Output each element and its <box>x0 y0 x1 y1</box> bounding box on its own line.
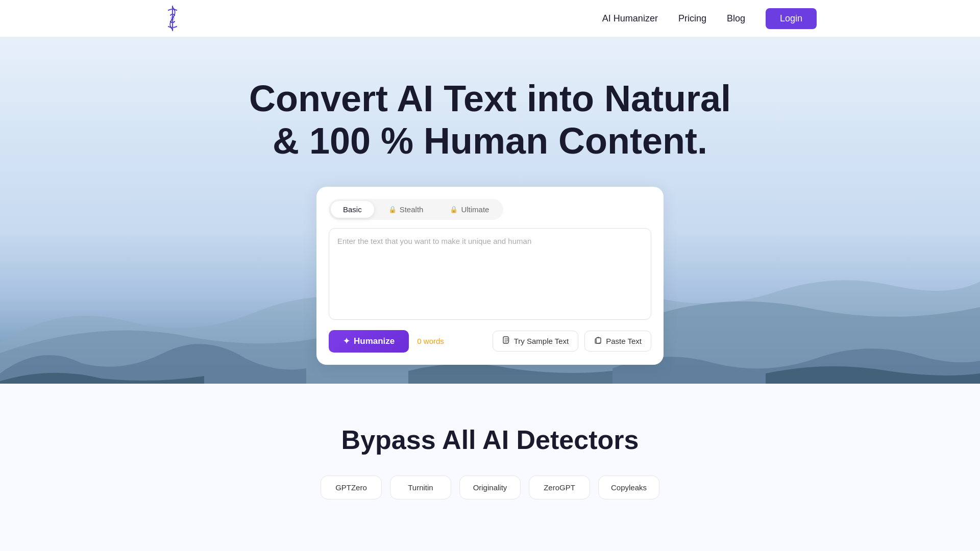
detector-card-zerogpt: ZeroGPT <box>529 475 590 499</box>
logo-icon <box>163 5 182 32</box>
detector-card-copyleaks: Copyleaks <box>598 475 659 499</box>
tab-ultimate[interactable]: 🔒 Ultimate <box>437 201 501 218</box>
left-controls: ✦ Humanize 0 words <box>329 330 444 353</box>
sparkle-icon: ✦ <box>343 336 350 346</box>
try-sample-button[interactable]: Try Sample Text <box>493 331 579 352</box>
stealth-lock-icon: 🔒 <box>388 206 397 213</box>
hero-title: Convert AI Text into Natural & 100 % Hum… <box>235 78 745 162</box>
tab-basic[interactable]: Basic <box>331 201 374 218</box>
sample-icon <box>502 336 510 346</box>
text-input[interactable] <box>329 228 651 320</box>
nav-ai-humanizer[interactable]: AI Humanizer <box>602 13 658 24</box>
detector-card-gptzero: GPTZero <box>321 475 382 499</box>
detector-card-originality: Originality <box>459 475 521 499</box>
right-controls: Try Sample Text Paste Text <box>493 331 651 352</box>
detector-cards-container: GPTZero Turnitin Originality ZeroGPT Cop… <box>321 475 659 499</box>
detector-card-turnitin: Turnitin <box>390 475 451 499</box>
bypass-title: Bypass All AI Detectors <box>341 424 639 455</box>
svg-rect-2 <box>596 338 601 343</box>
paste-icon <box>594 336 602 346</box>
bottom-section: Bypass All AI Detectors GPTZero Turnitin… <box>0 384 980 551</box>
paste-text-button[interactable]: Paste Text <box>584 331 651 352</box>
bottom-bar: ✦ Humanize 0 words Try Sample Text <box>329 330 651 353</box>
mode-tabs: Basic 🔒 Stealth 🔒 Ultimate <box>329 199 503 220</box>
nav-pricing[interactable]: Pricing <box>678 13 706 24</box>
tab-stealth[interactable]: 🔒 Stealth <box>376 201 436 218</box>
word-count: 0 words <box>417 337 444 345</box>
login-button[interactable]: Login <box>766 8 817 29</box>
nav-blog[interactable]: Blog <box>727 13 745 24</box>
main-card: Basic 🔒 Stealth 🔒 Ultimate ✦ Humanize 0 … <box>316 187 664 365</box>
humanize-button[interactable]: ✦ Humanize <box>329 330 409 353</box>
hero-section: Convert AI Text into Natural & 100 % Hum… <box>0 37 980 384</box>
navbar: AI Humanizer Pricing Blog Login <box>0 0 980 37</box>
nav-links: AI Humanizer Pricing Blog Login <box>602 8 817 29</box>
ultimate-lock-icon: 🔒 <box>450 206 458 213</box>
logo[interactable] <box>163 5 182 32</box>
